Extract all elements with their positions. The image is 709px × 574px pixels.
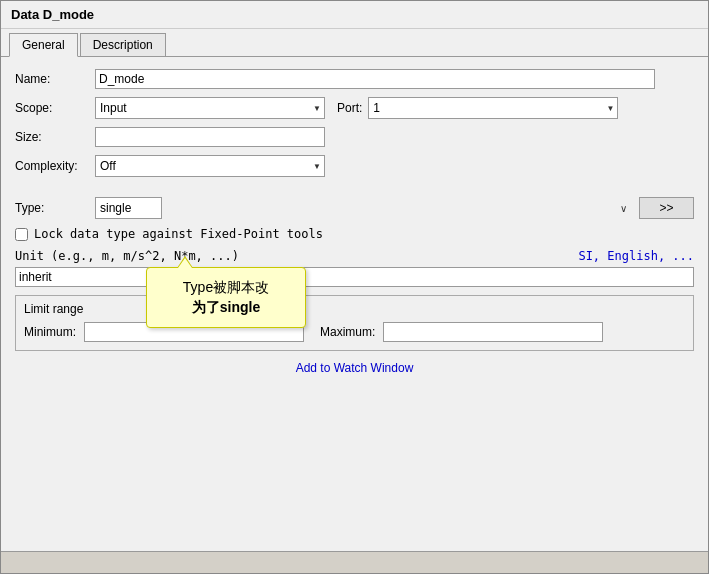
unit-row: Unit (e.g., m, m/s^2, N*m, ...) SI, Engl…: [15, 249, 694, 263]
max-label: Maximum:: [320, 325, 375, 339]
complexity-select-wrapper: Off On: [95, 155, 325, 177]
type-select[interactable]: single double int8 int16 int32 uint8 uin…: [95, 197, 162, 219]
min-label: Minimum:: [24, 325, 76, 339]
tooltip: Type被脚本改 为了single: [146, 267, 306, 328]
type-row: Type: single double int8 int16 int32 uin…: [15, 197, 694, 219]
lock-checkbox[interactable]: [15, 228, 28, 241]
size-row: Size:: [15, 127, 694, 147]
watch-link-row: Add to Watch Window: [15, 361, 694, 375]
limit-group: Limit range Minimum: Maximum:: [15, 295, 694, 351]
form-content: Name: Scope: Input Output Local Paramete…: [1, 57, 708, 551]
title-bar: Data D_mode: [1, 1, 708, 29]
name-row: Name:: [15, 69, 694, 89]
max-input[interactable]: [383, 322, 603, 342]
lock-row: Lock data type against Fixed-Point tools: [15, 227, 694, 241]
tab-bar: General Description: [1, 29, 708, 57]
lock-label: Lock data type against Fixed-Point tools: [34, 227, 323, 241]
main-window: Data D_mode General Description Name: Sc…: [0, 0, 709, 574]
scope-label: Scope:: [15, 101, 95, 115]
arrow-button[interactable]: >>: [639, 197, 694, 219]
size-input[interactable]: [95, 127, 325, 147]
complexity-label: Complexity:: [15, 159, 95, 173]
limit-legend: Limit range: [24, 302, 685, 316]
tab-description[interactable]: Description: [80, 33, 166, 56]
window-title: Data D_mode: [11, 7, 94, 22]
complexity-row: Complexity: Off On: [15, 155, 694, 177]
port-select-wrapper: 1 2 3: [368, 97, 618, 119]
name-input[interactable]: [95, 69, 655, 89]
si-link[interactable]: SI, English, ...: [578, 249, 694, 263]
limit-row: Minimum: Maximum:: [24, 322, 685, 342]
port-select[interactable]: 1 2 3: [368, 97, 618, 119]
tooltip-line1: Type被脚本改: [183, 279, 269, 295]
watch-window-link[interactable]: Add to Watch Window: [296, 361, 414, 375]
name-label: Name:: [15, 72, 95, 86]
unit-input[interactable]: [15, 267, 694, 287]
scope-select[interactable]: Input Output Local Parameter: [95, 97, 325, 119]
type-label: Type:: [15, 201, 95, 215]
bottom-bar: [1, 551, 708, 573]
scope-row: Scope: Input Output Local Parameter Port…: [15, 97, 694, 119]
tab-general[interactable]: General: [9, 33, 78, 57]
unit-label: Unit (e.g., m, m/s^2, N*m, ...): [15, 249, 239, 263]
scope-select-wrapper: Input Output Local Parameter: [95, 97, 325, 119]
size-label: Size:: [15, 130, 95, 144]
tooltip-line2: 为了single: [192, 299, 260, 315]
type-select-wrapper: single double int8 int16 int32 uint8 uin…: [95, 197, 633, 219]
complexity-select[interactable]: Off On: [95, 155, 325, 177]
port-label: Port:: [337, 101, 362, 115]
